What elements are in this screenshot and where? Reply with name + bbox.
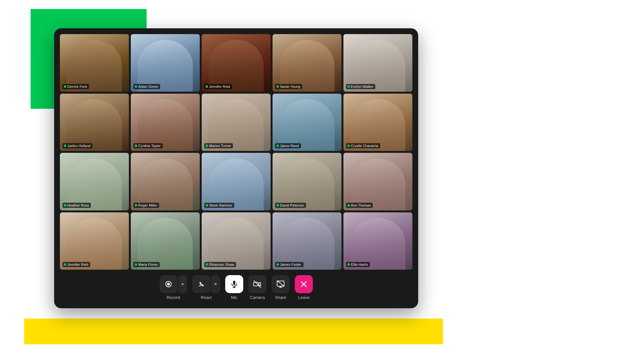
participant-name-19: James Foster [275, 262, 303, 267]
camera-off-icon [253, 280, 262, 288]
mic-active-icon [347, 144, 350, 147]
mic-active-icon [64, 85, 66, 88]
yellow-accent-shape [24, 319, 443, 344]
leave-button[interactable] [295, 275, 313, 293]
mic-control: Mic [225, 275, 243, 300]
video-tile: Marion Turner [202, 94, 271, 151]
mic-active-icon [347, 85, 350, 88]
react-button[interactable] [192, 275, 210, 293]
video-tile: James Foster [273, 212, 341, 270]
video-tile: Jaidev Holland [60, 94, 129, 151]
video-tile: Ann Thomas [343, 153, 412, 210]
react-label: React [201, 295, 212, 300]
record-control: Record [159, 275, 187, 300]
participant-name-20: Ellie Harris [346, 262, 370, 267]
video-tile: Derrick Ford [60, 34, 129, 92]
mic-active-icon [64, 144, 66, 147]
participant-name-17: Maria Flores [133, 262, 160, 267]
share-button[interactable] [272, 275, 290, 293]
mic-active-icon [276, 204, 279, 207]
mic-active-icon [276, 85, 279, 88]
video-tile: Roger Miller [131, 153, 200, 210]
participant-name-12: Roger Miller [133, 203, 159, 208]
mic-active-icon [206, 204, 208, 207]
chevron-up-icon [181, 283, 184, 286]
participant-name-9: Jaime Reed [275, 143, 301, 148]
mic-active-icon [276, 144, 279, 147]
svg-point-1 [167, 283, 170, 285]
participant-name-15: Ann Thomas [346, 203, 373, 208]
leave-control: Leave [295, 275, 313, 300]
participant-name-8: Marion Turner [204, 143, 233, 148]
mic-active-icon [64, 263, 66, 266]
share-screen-icon [276, 280, 285, 288]
react-chevron-button[interactable] [211, 275, 220, 293]
share-control: Share [272, 275, 290, 300]
video-tile: Sarah Young [273, 34, 341, 92]
participant-name-7: Cynthia Taylor [133, 143, 163, 148]
video-tile: Jennifer Reid [202, 34, 271, 92]
camera-label: Camera [250, 295, 265, 300]
video-tile: Maria Flores [131, 212, 200, 270]
participant-name-13: Steve Ramirez [204, 203, 234, 208]
participant-name-11: Heather Ross [62, 203, 91, 208]
record-chevron-button[interactable] [178, 275, 187, 293]
mic-label: Mic [231, 295, 237, 300]
video-grid: Derrick Ford Adam Green Jennifer Reid [60, 34, 412, 270]
video-tile: Heather Ross [60, 153, 129, 210]
camera-button[interactable] [248, 275, 266, 293]
mic-active-icon [276, 263, 279, 266]
video-call-device: Derrick Ford Adam Green Jennifer Reid [54, 28, 418, 308]
participant-name-6: Jaidev Holland [62, 143, 92, 148]
video-tile: Steve Ramirez [202, 153, 271, 210]
video-tile: Adam Green [131, 34, 200, 92]
mic-active-icon [135, 85, 137, 88]
participant-name-10: Crystle Chavarria [346, 143, 380, 148]
mic-active-icon [64, 204, 66, 207]
record-button[interactable] [159, 275, 178, 293]
react-control: React [192, 275, 220, 300]
mic-active-icon [135, 144, 137, 147]
controls-bar: Record React [60, 270, 412, 308]
participant-name-18: Rihannon Shaw [204, 262, 236, 267]
svg-line-7 [277, 281, 284, 286]
participant-name-5: Evelyn Walker [346, 84, 375, 89]
mic-button[interactable] [225, 275, 243, 293]
video-tile: Ellie Harris [343, 212, 412, 270]
participant-name-2: Adam Green [133, 84, 160, 89]
chevron-up-icon [214, 283, 217, 286]
leave-icon [300, 280, 308, 288]
mic-active-icon [347, 204, 350, 207]
participant-name-4: Sarah Young [275, 84, 302, 89]
mic-active-icon [135, 204, 137, 207]
react-icon [197, 280, 206, 288]
mic-active-icon [347, 263, 350, 266]
participant-name-1: Derrick Ford [62, 84, 89, 89]
video-tile: Jennifer Reid [60, 212, 129, 270]
video-tile: Cynthia Taylor [131, 94, 200, 151]
mic-active-icon [206, 144, 208, 147]
leave-label: Leave [298, 295, 309, 300]
svg-rect-2 [233, 281, 235, 285]
camera-control: Camera [248, 275, 266, 300]
participant-name-16: Jennifer Reid [62, 262, 90, 267]
video-tile: Jaime Reed [273, 94, 341, 151]
mic-active-icon [206, 263, 208, 266]
mic-icon [230, 280, 238, 288]
video-tile: Rihannon Shaw [202, 212, 271, 270]
participant-name-14: David Peterson [275, 203, 306, 208]
video-tile: Crystle Chavarria [343, 94, 412, 151]
participant-name-3: Jennifer Reid [204, 84, 232, 89]
share-label: Share [275, 295, 286, 300]
video-tile: Evelyn Walker [343, 34, 412, 92]
mic-active-icon [135, 263, 137, 266]
svg-line-5 [254, 281, 261, 288]
record-icon [164, 280, 173, 288]
video-tile: David Peterson [273, 153, 341, 210]
mic-active-icon [206, 85, 208, 88]
record-label: Record [167, 295, 180, 300]
